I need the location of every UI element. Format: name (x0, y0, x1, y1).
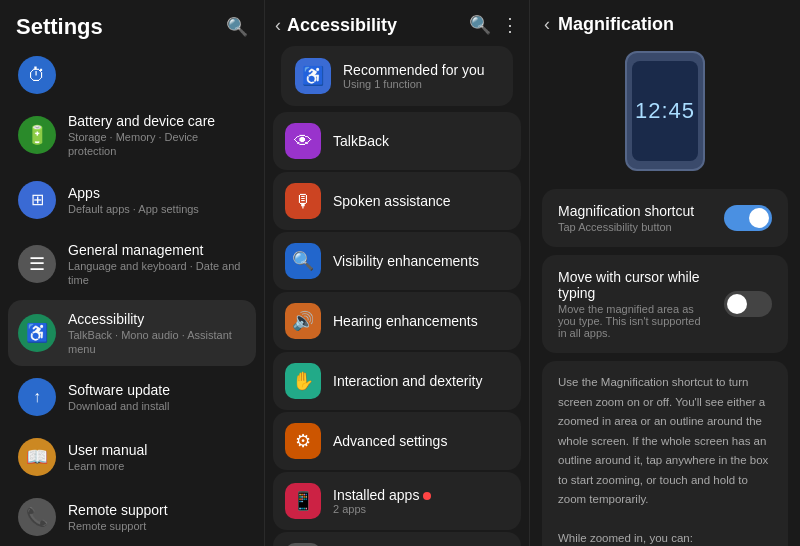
recommended-icon: ♿ (295, 58, 331, 94)
left-item-remote[interactable]: 📞 Remote support Remote support (8, 488, 256, 546)
recommended-title: Recommended for you (343, 62, 485, 78)
middle-item-interaction[interactable]: ✋ Interaction and dexterity (273, 352, 521, 410)
middle-back-button[interactable]: ‹ (275, 15, 281, 36)
installed-icon: 📱 (285, 483, 321, 519)
left-item-screentime[interactable]: ⏱ (8, 50, 256, 100)
left-item-battery[interactable]: 🔋 Battery and device care Storage · Memo… (8, 102, 256, 169)
interaction-title: Interaction and dexterity (333, 373, 482, 389)
talkback-icon: 👁 (285, 123, 321, 159)
phone-preview: 12:45 (542, 45, 788, 181)
right-title: Magnification (558, 14, 674, 35)
interaction-icon: ✋ (285, 363, 321, 399)
manual-icon: 📖 (18, 438, 56, 476)
advanced-icon: ⚙ (285, 423, 321, 459)
hearing-icon: 🔊 (285, 303, 321, 339)
shortcut-title: Magnification shortcut (558, 203, 694, 219)
software-icon: ↑ (18, 378, 56, 416)
left-header: Settings 🔍 (0, 0, 264, 50)
apps-subtitle: Default apps · App settings (68, 202, 199, 216)
general-title: General management (68, 241, 246, 259)
middle-item-hearing[interactable]: 🔊 Hearing enhancements (273, 292, 521, 350)
phone-screen: 12:45 (632, 61, 698, 161)
middle-panel: ‹ Accessibility 🔍 ⋮ ♿ Recommended for yo… (265, 0, 530, 546)
screentime-icon: ⏱ (18, 56, 56, 94)
middle-more-icon[interactable]: ⋮ (501, 14, 519, 36)
left-item-apps[interactable]: ⊞ Apps Default apps · App settings (8, 171, 256, 229)
left-panel: Settings 🔍 ⏱ 🔋 Battery and device care S… (0, 0, 265, 546)
manual-title: User manual (68, 441, 147, 459)
general-icon: ☰ (18, 245, 56, 283)
shortcut-subtitle: Tap Accessibility button (558, 221, 694, 233)
general-subtitle: Language and keyboard · Date and time (68, 259, 246, 288)
middle-item-spoken[interactable]: 🎙 Spoken assistance (273, 172, 521, 230)
apps-title: Apps (68, 184, 199, 202)
middle-item-advanced[interactable]: ⚙ Advanced settings (273, 412, 521, 470)
installed-title: Installed apps (333, 487, 431, 503)
recommended-subtitle: Using 1 function (343, 78, 485, 90)
spoken-icon: 🎙 (285, 183, 321, 219)
middle-item-installed[interactable]: 📱 Installed apps 2 apps (273, 472, 521, 530)
left-item-accessibility[interactable]: ♿ Accessibility TalkBack · Mono audio · … (8, 300, 256, 367)
accessibility-icon: ♿ (18, 314, 56, 352)
middle-title: Accessibility (287, 15, 397, 36)
installed-dot (423, 492, 431, 500)
right-content: 12:45 Magnification shortcut Tap Accessi… (530, 45, 800, 546)
phone-time: 12:45 (635, 98, 695, 124)
accessibility-subtitle: TalkBack · Mono audio · Assistant menu (68, 328, 246, 357)
middle-item-about-accessibility[interactable]: ℹ About Accessibility (273, 532, 521, 546)
middle-header: ‹ Accessibility 🔍 ⋮ (265, 0, 529, 46)
battery-title: Battery and device care (68, 112, 246, 130)
middle-item-list: ♿ Recommended for you Using 1 function 👁… (265, 46, 529, 546)
advanced-title: Advanced settings (333, 433, 447, 449)
installed-subtitle: 2 apps (333, 503, 431, 515)
manual-subtitle: Learn more (68, 459, 147, 473)
middle-item-visibility[interactable]: 🔍 Visibility enhancements (273, 232, 521, 290)
visibility-icon: 🔍 (285, 243, 321, 279)
right-panel: ‹ Magnification 12:45 Magnification shor… (530, 0, 800, 546)
cursor-card: Move with cursor while typing Move the m… (542, 255, 788, 353)
software-title: Software update (68, 381, 170, 399)
right-header: ‹ Magnification (530, 0, 800, 45)
settings-search-icon[interactable]: 🔍 (226, 16, 248, 38)
remote-subtitle: Remote support (68, 519, 168, 533)
magnification-description: Use the Magnification shortcut to turn s… (542, 361, 788, 546)
magnification-shortcut-card: Magnification shortcut Tap Accessibility… (542, 189, 788, 247)
talkback-title: TalkBack (333, 133, 389, 149)
left-item-software[interactable]: ↑ Software update Download and install (8, 368, 256, 426)
middle-search-icon[interactable]: 🔍 (469, 14, 491, 36)
remote-title: Remote support (68, 501, 168, 519)
hearing-title: Hearing enhancements (333, 313, 478, 329)
battery-subtitle: Storage · Memory · Device protection (68, 130, 246, 159)
recommended-block[interactable]: ♿ Recommended for you Using 1 function (281, 46, 513, 106)
right-back-button[interactable]: ‹ (544, 14, 550, 35)
left-item-general[interactable]: ☰ General management Language and keyboa… (8, 231, 256, 298)
cursor-toggle[interactable] (724, 291, 772, 317)
cursor-subtitle: Move the magnified area as you type. Thi… (558, 303, 712, 339)
settings-title: Settings (16, 14, 103, 40)
spoken-title: Spoken assistance (333, 193, 451, 209)
left-item-list: ⏱ 🔋 Battery and device care Storage · Me… (0, 50, 264, 546)
cursor-title: Move with cursor while typing (558, 269, 712, 301)
remote-icon: 📞 (18, 498, 56, 536)
shortcut-toggle[interactable] (724, 205, 772, 231)
software-subtitle: Download and install (68, 399, 170, 413)
visibility-title: Visibility enhancements (333, 253, 479, 269)
phone-mock: 12:45 (625, 51, 705, 171)
battery-icon: 🔋 (18, 116, 56, 154)
middle-item-talkback[interactable]: 👁 TalkBack (273, 112, 521, 170)
left-item-manual[interactable]: 📖 User manual Learn more (8, 428, 256, 486)
apps-icon: ⊞ (18, 181, 56, 219)
accessibility-title: Accessibility (68, 310, 246, 328)
